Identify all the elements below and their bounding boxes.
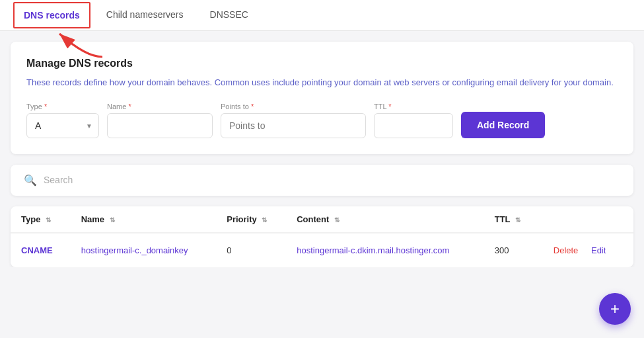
name-input[interactable]: @ [107, 113, 213, 138]
add-record-form: Type * A AAAA CNAME MX TXT NS ▼ Name * [26, 103, 618, 138]
col-content[interactable]: Content ⇅ [286, 206, 484, 233]
tabs-bar: DNS records Child nameservers DNSSEC [0, 0, 644, 31]
type-select-wrapper[interactable]: A AAAA CNAME MX TXT NS ▼ [26, 113, 99, 138]
search-card: 🔍 [11, 165, 633, 196]
add-record-button[interactable]: Add Record [461, 112, 545, 138]
edit-button[interactable]: Edit [586, 243, 611, 258]
cell-ttl: 300 [484, 233, 538, 267]
sort-ttl-icon: ⇅ [515, 216, 520, 224]
points-to-input[interactable] [221, 113, 366, 138]
col-name[interactable]: Name ⇅ [71, 206, 217, 233]
cell-actions: Delete Edit [538, 233, 633, 267]
delete-button[interactable]: Delete [548, 243, 584, 258]
sort-priority-icon: ⇅ [262, 216, 267, 224]
search-wrapper: 🔍 [24, 174, 620, 187]
name-label: Name * [107, 103, 213, 110]
dns-table-card: Type ⇅ Name ⇅ Priority ⇅ Content ⇅ TTL [11, 206, 633, 267]
search-icon: 🔍 [24, 174, 37, 187]
sort-type-icon: ⇅ [46, 216, 51, 224]
cell-content: hostingermail-c.dkim.mail.hostinger.com [286, 233, 484, 267]
col-actions [538, 206, 633, 233]
dns-records-table: Type ⇅ Name ⇅ Priority ⇅ Content ⇅ TTL [11, 206, 633, 267]
ttl-field-group: TTL * 14400 [374, 103, 453, 138]
sort-name-icon: ⇅ [110, 216, 115, 224]
manage-dns-description: These records define how your domain beh… [26, 76, 618, 89]
tab-dnssec[interactable]: DNSSEC [199, 0, 259, 30]
type-field-group: Type * A AAAA CNAME MX TXT NS ▼ [26, 103, 99, 138]
col-priority[interactable]: Priority ⇅ [216, 206, 286, 233]
type-label: Type * [26, 103, 99, 110]
cell-type: CNAME [11, 233, 71, 267]
col-ttl[interactable]: TTL ⇅ [484, 206, 538, 233]
ttl-input[interactable]: 14400 [374, 113, 453, 138]
manage-dns-title: Manage DNS records [26, 58, 618, 69]
tab-dns-records[interactable]: DNS records [13, 2, 90, 28]
cell-name: hostingermail-c._domainkey [71, 233, 217, 267]
table-header-row: Type ⇅ Name ⇅ Priority ⇅ Content ⇅ TTL [11, 206, 633, 233]
manage-dns-card: Manage DNS records These records define … [11, 42, 633, 154]
search-input[interactable] [44, 175, 620, 185]
name-field-group: Name * @ [107, 103, 213, 138]
sort-content-icon: ⇅ [334, 216, 340, 224]
points-to-label: Points to * [221, 103, 366, 110]
type-select[interactable]: A AAAA CNAME MX TXT NS [26, 113, 99, 138]
ttl-label: TTL * [374, 103, 453, 110]
table-row: CNAME hostingermail-c._domainkey 0 hosti… [11, 233, 633, 267]
tab-child-nameservers[interactable]: Child nameservers [96, 0, 194, 30]
points-to-field-group: Points to * [221, 103, 366, 138]
col-type[interactable]: Type ⇅ [11, 206, 71, 233]
cell-priority: 0 [216, 233, 286, 267]
